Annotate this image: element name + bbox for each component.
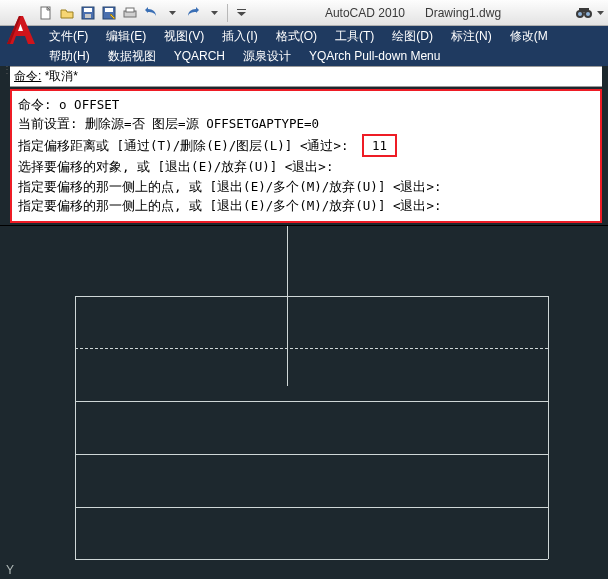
axis-y-label: Y — [6, 563, 14, 577]
drawn-rect-right — [548, 296, 549, 559]
redo-icon — [186, 6, 200, 20]
drawn-hline — [75, 559, 548, 560]
command-area: 命令: o OFFSET 当前设置: 删除源=否 图层=源 OFFSETGAPT… — [10, 89, 602, 223]
plot-icon — [123, 6, 137, 20]
menu-file[interactable]: 文件(F) — [40, 26, 97, 46]
chevron-down-icon — [211, 6, 218, 20]
svg-rect-3 — [85, 14, 91, 18]
svg-rect-7 — [126, 8, 134, 12]
document-name: Drawing1.dwg — [425, 6, 501, 20]
svg-rect-8 — [237, 9, 246, 10]
qat-plot-button[interactable] — [120, 3, 140, 23]
svg-rect-5 — [105, 8, 113, 12]
drawn-hline-dashed — [75, 348, 548, 349]
qat-undo-dropdown[interactable] — [162, 3, 182, 23]
save-icon — [81, 6, 95, 20]
svg-rect-2 — [84, 8, 92, 12]
menu-view[interactable]: 视图(V) — [155, 26, 213, 46]
menu-bar-2: 帮助(H) 数据视图 YQARCH 源泉设计 YQArch Pull-down … — [0, 46, 608, 66]
qat-undo-button[interactable] — [141, 3, 161, 23]
menu-yuanquan[interactable]: 源泉设计 — [234, 46, 300, 66]
menu-modify[interactable]: 修改(M — [501, 26, 557, 46]
drawn-rect-left — [75, 296, 76, 559]
menu-yqarch-pulldown[interactable]: YQArch Pull-down Menu — [300, 46, 449, 66]
qat-redo-button[interactable] — [183, 3, 203, 23]
qat-saveas-button[interactable] — [99, 3, 119, 23]
drawn-hline — [75, 401, 548, 402]
cmd-line-3-pre: 指定偏移距离或 [通过(T)/删除(E)/图层(L)] <通过>: — [18, 138, 348, 153]
drawn-vline — [287, 226, 288, 386]
cmd-line-1: 命令: o OFFSET — [18, 95, 594, 114]
drawn-hline — [75, 454, 548, 455]
open-icon — [60, 6, 74, 20]
qat-separator — [227, 4, 228, 22]
menu-draw[interactable]: 绘图(D) — [383, 26, 442, 46]
cmd-line-3: 指定偏移距离或 [通过(T)/删除(E)/图层(L)] <通过>: 11 — [18, 134, 594, 157]
title-right — [575, 5, 608, 21]
chevron-down-icon — [237, 6, 246, 20]
qat-redo-dropdown[interactable] — [204, 3, 224, 23]
menu-format[interactable]: 格式(O) — [267, 26, 326, 46]
qat-customize-button[interactable] — [231, 3, 251, 23]
panel-grip-dots[interactable]: ⋮ — [2, 68, 12, 72]
cmd-line-5: 指定要偏移的那一侧上的点, 或 [退出(E)/多个(M)/放弃(U)] <退出>… — [18, 177, 594, 196]
drawn-hline — [75, 296, 548, 297]
binoculars-icon — [575, 5, 595, 21]
new-icon — [39, 6, 53, 20]
menu-yqarch[interactable]: YQARCH — [165, 46, 234, 66]
cmd-line-4: 选择要偏移的对象, 或 [退出(E)/放弃(U)] <退出>: — [18, 157, 594, 176]
qat-open-button[interactable] — [57, 3, 77, 23]
cmd-cancel-text: *取消* — [45, 69, 78, 83]
menu-insert[interactable]: 插入(I) — [213, 26, 266, 46]
svg-point-12 — [578, 12, 582, 16]
cmd-prefix: 命令: — [14, 69, 41, 83]
menu-bar: 文件(F) 编辑(E) 视图(V) 插入(I) 格式(O) 工具(T) 绘图(D… — [0, 26, 608, 46]
menu-dataview[interactable]: 数据视图 — [99, 46, 165, 66]
autocad-logo[interactable] — [4, 14, 38, 48]
svg-rect-11 — [579, 8, 589, 12]
drawing-canvas[interactable]: Y X 头 头条 @上壹教育CAD教学 — [0, 225, 608, 579]
qat-new-button[interactable] — [36, 3, 56, 23]
cmd-line-2: 当前设置: 删除源=否 图层=源 OFFSETGAPTYPE=0 — [18, 114, 594, 133]
offset-value-highlight: 11 — [362, 134, 397, 157]
chevron-down-icon — [597, 6, 604, 20]
title-center: AutoCAD 2010 Drawing1.dwg — [251, 6, 575, 20]
menu-dimension[interactable]: 标注(N) — [442, 26, 501, 46]
menu-tools[interactable]: 工具(T) — [326, 26, 383, 46]
qat-save-button[interactable] — [78, 3, 98, 23]
menu-help[interactable]: 帮助(H) — [40, 46, 99, 66]
app-name: AutoCAD 2010 — [325, 6, 405, 20]
search-box[interactable] — [575, 5, 604, 21]
cmd-line-6: 指定要偏移的那一侧上的点, 或 [退出(E)/多个(M)/放弃(U)] <退出>… — [18, 196, 594, 215]
undo-icon — [144, 6, 158, 20]
saveas-icon — [102, 6, 116, 20]
chevron-down-icon — [169, 6, 176, 20]
quick-access-toolbar — [34, 3, 251, 23]
svg-point-13 — [586, 12, 590, 16]
title-bar: AutoCAD 2010 Drawing1.dwg — [0, 0, 608, 26]
drawn-hline — [75, 507, 548, 508]
menu-edit[interactable]: 编辑(E) — [97, 26, 155, 46]
command-history-line: 命令: *取消* — [10, 66, 602, 87]
